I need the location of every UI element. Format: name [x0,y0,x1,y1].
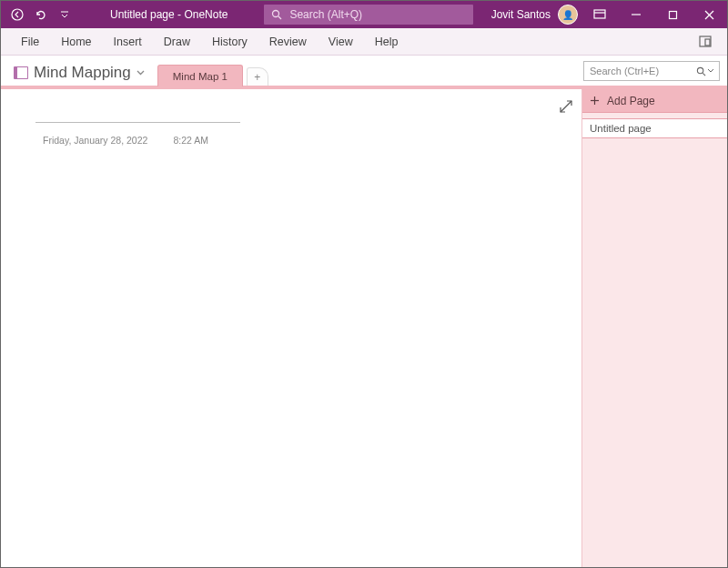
pages-panel: Add Page Untitled page [581,89,727,567]
svg-line-14 [561,101,571,112]
svg-line-13 [703,73,705,76]
svg-rect-4 [594,10,605,18]
menu-view[interactable]: View [318,28,364,56]
svg-line-3 [278,16,281,19]
undo-button[interactable] [32,5,50,24]
page-title-input[interactable] [35,122,240,123]
section-tab[interactable]: Mind Map 1 [157,65,243,86]
dock-window-button[interactable] [693,29,718,55]
user-account[interactable]: Jovit Santos 👤 [491,5,581,25]
page-canvas[interactable]: Friday, January 28, 2022 8:22 AM [1,89,581,567]
window-title: Untitled page - OneNote [110,8,228,21]
page-list-item[interactable]: Untitled page [582,118,727,138]
title-bar-left [1,5,74,24]
global-search[interactable]: Search (Alt+Q) [264,5,473,25]
maximize-button[interactable] [654,1,691,28]
page-timestamp: Friday, January 28, 2022 8:22 AM [43,135,208,146]
menu-draw[interactable]: Draw [153,28,201,56]
add-section-button[interactable]: + [247,67,268,86]
chevron-down-icon [136,70,145,76]
search-icon [696,66,713,76]
ribbon-display-options[interactable] [581,1,618,28]
svg-point-2 [273,11,279,17]
close-button[interactable] [691,1,727,28]
menu-history[interactable]: History [201,28,258,56]
global-search-placeholder: Search (Alt+Q) [289,8,362,21]
svg-rect-11 [705,39,710,46]
search-icon [271,9,282,20]
notebook-header: Mind Mapping Mind Map 1 + Search (Ctrl+E… [1,56,727,86]
page-search[interactable]: Search (Ctrl+E) [583,61,720,81]
window-controls [581,1,727,28]
ribbon-menu: File Home Insert Draw History Review Vie… [1,28,727,56]
plus-icon [590,96,600,106]
user-name-label: Jovit Santos [491,8,551,21]
back-button[interactable] [8,5,26,24]
section-color-band [1,86,727,89]
notebook-name: Mind Mapping [34,64,131,82]
menu-file[interactable]: File [10,28,50,56]
add-page-button[interactable]: Add Page [582,89,727,113]
quick-access-dropdown[interactable] [56,5,74,24]
minimize-button[interactable] [618,1,654,28]
main-area: Friday, January 28, 2022 8:22 AM Add Pag… [1,89,727,567]
menu-help[interactable]: Help [364,28,410,56]
svg-rect-7 [669,11,676,18]
svg-point-0 [12,9,23,20]
menu-insert[interactable]: Insert [103,28,153,56]
notebook-selector[interactable]: Mind Mapping [1,64,154,86]
page-date-label: Friday, January 28, 2022 [43,135,147,146]
page-time-label: 8:22 AM [173,135,208,146]
avatar: 👤 [558,5,578,25]
fullscreen-toggle[interactable] [560,100,572,113]
menu-home[interactable]: Home [50,28,102,56]
notebook-icon [14,66,28,79]
add-page-label: Add Page [607,95,655,107]
menu-review[interactable]: Review [258,28,318,56]
title-bar: Untitled page - OneNote Search (Alt+Q) J… [1,1,727,28]
page-search-placeholder: Search (Ctrl+E) [590,66,659,76]
section-tabs: Mind Map 1 + [157,56,268,86]
svg-point-12 [697,67,703,73]
